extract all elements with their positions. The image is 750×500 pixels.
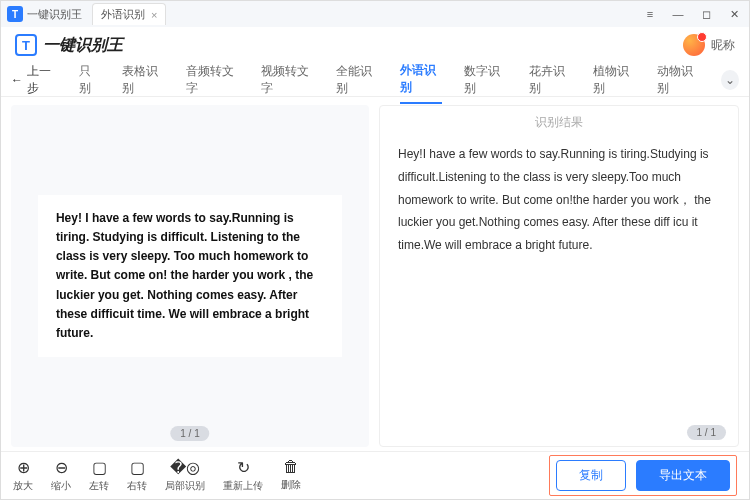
footer: ⊕放大 ⊖缩小 ▢左转 ▢右转 �◎局部识别 ↻重新上传 🗑删除 复制 导出文本 <box>1 451 749 499</box>
avatar[interactable] <box>683 34 705 56</box>
tab-6[interactable]: 数字识别 <box>464 57 506 103</box>
result-page-badge: 1 / 1 <box>687 425 726 440</box>
region-icon: �◎ <box>170 458 200 477</box>
tab-7[interactable]: 花卉识别 <box>529 57 571 103</box>
tab-0[interactable]: 只别 <box>79 57 100 103</box>
zoom-in-icon: ⊕ <box>17 458 30 477</box>
rotate-left-button[interactable]: ▢左转 <box>89 458 109 493</box>
rotate-right-button[interactable]: ▢右转 <box>127 458 147 493</box>
trash-icon: 🗑 <box>283 458 299 476</box>
chevron-down-icon: ⌄ <box>725 73 735 87</box>
image-pane: Hey! I have a few words to say.Running i… <box>11 105 369 447</box>
export-button[interactable]: 导出文本 <box>636 460 730 491</box>
logo-text: 一键识别王 <box>43 35 123 56</box>
app-name: 一键识别王 <box>27 7 82 22</box>
tab-1[interactable]: 表格识别 <box>122 57 164 103</box>
tab-8[interactable]: 植物识别 <box>593 57 635 103</box>
menu-icon[interactable]: ≡ <box>641 5 659 23</box>
back-button[interactable]: ← 上一步 <box>11 63 57 97</box>
function-tabs: ← 上一步 只别表格识别音频转文字视频转文字全能识别外语识别数字识别花卉识别植物… <box>1 63 749 97</box>
copy-button[interactable]: 复制 <box>556 460 626 491</box>
reupload-button[interactable]: ↻重新上传 <box>223 458 263 493</box>
tab-3[interactable]: 视频转文字 <box>261 57 314 103</box>
rotate-right-icon: ▢ <box>130 458 145 477</box>
zoom-in-button[interactable]: ⊕放大 <box>13 458 33 493</box>
zoom-out-button[interactable]: ⊖缩小 <box>51 458 71 493</box>
more-tabs-button[interactable]: ⌄ <box>721 70 739 90</box>
logo-icon: T <box>15 34 37 56</box>
window-tab[interactable]: 外语识别 × <box>92 3 166 25</box>
arrow-left-icon: ← <box>11 73 23 87</box>
close-icon[interactable]: ✕ <box>725 5 743 23</box>
rotate-left-icon: ▢ <box>92 458 107 477</box>
minimize-icon[interactable]: ― <box>669 5 687 23</box>
source-image-text: Hey! I have a few words to say.Running i… <box>38 195 342 357</box>
nickname-label[interactable]: 昵称 <box>711 37 735 54</box>
window-tab-label: 外语识别 <box>101 7 145 22</box>
titlebar: T 一键识别王 外语识别 × ≡ ― ◻ ✕ <box>1 1 749 27</box>
image-page-badge: 1 / 1 <box>170 426 209 441</box>
zoom-out-icon: ⊖ <box>55 458 68 477</box>
close-tab-icon[interactable]: × <box>151 9 157 21</box>
action-group: 复制 导出文本 <box>549 455 737 496</box>
delete-button[interactable]: 🗑删除 <box>281 458 301 493</box>
result-pane: 识别结果 Hey!I have a few words to say.Runni… <box>379 105 739 447</box>
tab-2[interactable]: 音频转文字 <box>186 57 239 103</box>
result-text[interactable]: Hey!I have a few words to say.Running is… <box>380 139 738 419</box>
tab-4[interactable]: 全能识别 <box>336 57 378 103</box>
tab-9[interactable]: 动物识别 <box>657 57 699 103</box>
maximize-icon[interactable]: ◻ <box>697 5 715 23</box>
reupload-icon: ↻ <box>237 458 250 477</box>
app-icon: T <box>7 6 23 22</box>
region-ocr-button[interactable]: �◎局部识别 <box>165 458 205 493</box>
result-title: 识别结果 <box>380 106 738 139</box>
